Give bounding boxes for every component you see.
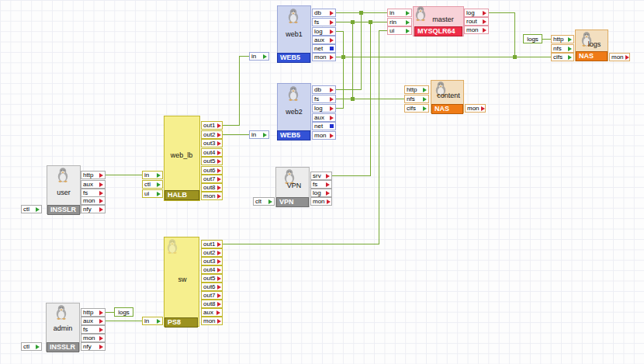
port-vpn-srv[interactable]: srv [310, 172, 332, 180]
port-sw-out1[interactable]: out1 [201, 240, 223, 248]
output-arrow-icon [217, 141, 221, 146]
port-web_lb-out8[interactable]: out8 [201, 183, 223, 192]
port-logs-cifs[interactable]: cifs [551, 53, 574, 61]
port-sw-out6[interactable]: out6 [201, 283, 223, 291]
port-vpn-fs[interactable]: fs [310, 180, 332, 189]
wire-segment[interactable] [352, 22, 353, 99]
port-web1-db[interactable]: db [312, 9, 336, 17]
port-web2-db[interactable]: db [312, 85, 336, 94]
wire-segment[interactable] [106, 175, 143, 175]
port-logs-nfs[interactable]: nfs [551, 44, 574, 53]
port-logs-http[interactable]: http [551, 35, 574, 43]
wire-segment[interactable] [332, 175, 371, 176]
port-content-cifs[interactable]: cifs [404, 104, 429, 113]
port-label: out2 [203, 131, 216, 138]
wire-segment[interactable] [514, 57, 552, 57]
port-admin-ctl[interactable]: ctl [21, 342, 42, 351]
port-master-mon[interactable]: mon [464, 26, 489, 34]
wire-segment[interactable] [489, 12, 515, 13]
port-web_lb-out5[interactable]: out5 [201, 157, 223, 165]
port-admin-mon[interactable]: mon [81, 334, 106, 342]
wire-segment[interactable] [343, 57, 515, 57]
node-title-content: content [437, 92, 460, 99]
port-web_lb-out4[interactable]: out4 [201, 148, 223, 157]
port-user-ctl[interactable]: ctl [21, 205, 42, 213]
port-web1-in[interactable]: in [249, 52, 269, 61]
wire-segment[interactable] [343, 31, 344, 109]
port-master-rout[interactable]: rout [464, 17, 489, 26]
port-web2-net[interactable]: net [312, 122, 336, 130]
port-web_lb-out2[interactable]: out2 [201, 130, 223, 139]
port-user-aux[interactable]: aux [81, 180, 106, 189]
port-vpn-mon[interactable]: mon [310, 197, 332, 206]
port-web1-net[interactable]: net [312, 44, 336, 53]
wire-segment[interactable] [223, 125, 240, 126]
input-arrow-icon [36, 207, 40, 212]
port-web2-in[interactable]: in [249, 130, 269, 139]
wire-segment[interactable] [379, 30, 379, 244]
port-sw-out4[interactable]: out4 [201, 265, 223, 274]
diagram-canvas[interactable]: logslogs web1WEB5indbfslogauxnetmon web2… [0, 0, 644, 364]
port-sw-out2[interactable]: out2 [201, 248, 223, 257]
port-web1-aux[interactable]: aux [312, 36, 336, 44]
port-admin-http[interactable]: http [81, 308, 106, 317]
wire-segment[interactable] [361, 12, 362, 90]
wire-segment[interactable] [239, 56, 250, 57]
port-master-in[interactable]: in [387, 9, 412, 17]
port-master-ui[interactable]: ui [387, 26, 412, 35]
wire-segment[interactable] [370, 22, 371, 176]
port-web_lb-out6[interactable]: out6 [201, 166, 223, 175]
port-sw-out3[interactable]: out3 [201, 257, 223, 265]
port-web2-mon[interactable]: mon [312, 131, 336, 140]
port-web1-mon[interactable]: mon [312, 53, 336, 61]
port-content-http[interactable]: http [404, 85, 429, 94]
port-vpn-clt[interactable]: clt [253, 197, 275, 206]
port-logs-mon[interactable]: mon [609, 53, 630, 61]
wire-segment[interactable] [223, 134, 250, 135]
port-sw-out7[interactable]: out7 [201, 291, 223, 300]
port-sw-mon[interactable]: mon [201, 317, 223, 325]
port-web_lb-out3[interactable]: out3 [201, 139, 223, 147]
output-arrow-icon [330, 88, 334, 92]
output-arrow-icon [330, 97, 334, 102]
port-web1-log[interactable]: log [312, 27, 336, 36]
wire-segment[interactable] [239, 56, 240, 126]
port-master-rin[interactable]: rin [387, 18, 412, 26]
port-label: mon [203, 192, 216, 199]
wire-segment[interactable] [106, 321, 143, 321]
port-web2-log[interactable]: log [312, 104, 336, 113]
port-web_lb-in[interactable]: in [142, 171, 163, 179]
port-web2-aux[interactable]: aux [312, 113, 336, 122]
port-web2-fs[interactable]: fs [312, 95, 336, 103]
port-web_lb-ctl[interactable]: ctl [142, 180, 163, 189]
port-sw-in[interactable]: in [142, 317, 163, 325]
wire-segment[interactable] [514, 12, 515, 57]
wire-segment[interactable] [336, 108, 344, 109]
wire-segment[interactable] [336, 22, 388, 23]
port-web_lb-out7[interactable]: out7 [201, 175, 223, 183]
port-sw-out5[interactable]: out5 [201, 274, 223, 283]
port-label: nfy [83, 343, 92, 350]
port-admin-aux[interactable]: aux [81, 317, 106, 325]
port-web1-fs[interactable]: fs [312, 18, 336, 26]
port-admin-fs[interactable]: fs [81, 325, 106, 334]
port-content-nfs[interactable]: nfs [404, 95, 429, 103]
port-web_lb-out1[interactable]: out1 [201, 121, 223, 130]
port-master-log[interactable]: log [464, 9, 489, 17]
port-web_lb-mon[interactable]: mon [201, 192, 223, 200]
port-sw-out8[interactable]: out8 [201, 300, 223, 308]
port-label: mon [467, 105, 480, 112]
wire-segment[interactable] [336, 89, 362, 90]
port-user-nfy[interactable]: nfy [81, 205, 106, 213]
port-user-mon[interactable]: mon [81, 196, 106, 205]
net-label[interactable]: logs [523, 34, 542, 43]
net-label[interactable]: logs [114, 307, 133, 317]
wire-segment[interactable] [223, 244, 379, 244]
input-arrow-icon [268, 199, 272, 204]
port-admin-nfy[interactable]: nfy [81, 342, 106, 351]
port-user-http[interactable]: http [81, 171, 106, 179]
port-content-mon[interactable]: mon [465, 104, 486, 113]
port-web_lb-ui[interactable]: ui [142, 189, 163, 198]
port-vpn-log[interactable]: log [310, 189, 332, 197]
port-sw-aux[interactable]: aux [201, 308, 223, 317]
